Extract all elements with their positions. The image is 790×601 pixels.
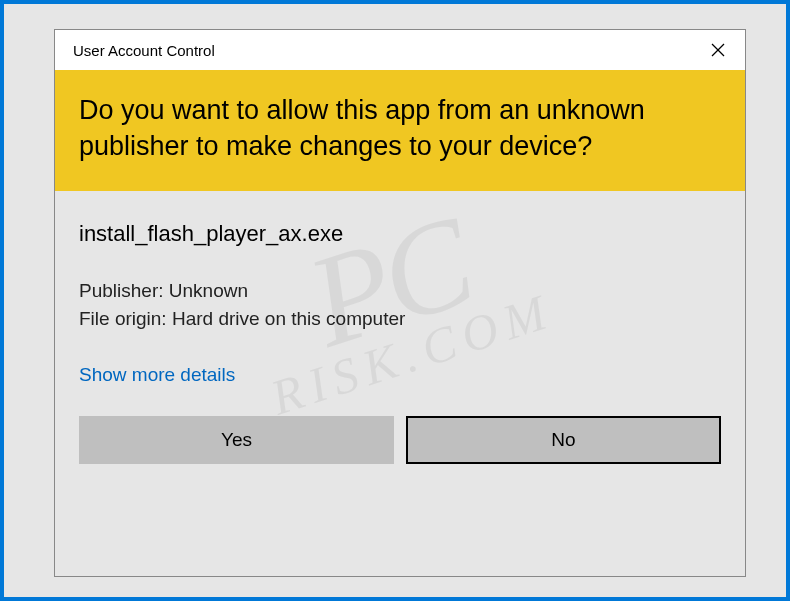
close-icon bbox=[711, 43, 725, 57]
header-band: Do you want to allow this app from an un… bbox=[55, 70, 745, 191]
uac-dialog: User Account Control Do you want to allo… bbox=[54, 29, 746, 577]
origin-line: File origin: Hard drive on this computer bbox=[79, 305, 721, 334]
show-more-details-link[interactable]: Show more details bbox=[79, 364, 235, 386]
yes-button[interactable]: Yes bbox=[79, 416, 394, 464]
no-button[interactable]: No bbox=[406, 416, 721, 464]
window-frame: User Account Control Do you want to allo… bbox=[0, 0, 790, 601]
origin-value: Hard drive on this computer bbox=[172, 308, 405, 329]
origin-label: File origin: bbox=[79, 308, 172, 329]
window-title: User Account Control bbox=[73, 42, 215, 59]
app-name: install_flash_player_ax.exe bbox=[79, 221, 721, 247]
publisher-value: Unknown bbox=[169, 280, 248, 301]
publisher-label: Publisher: bbox=[79, 280, 169, 301]
body-section: install_flash_player_ax.exe Publisher: U… bbox=[55, 191, 745, 386]
button-row: Yes No bbox=[55, 416, 745, 488]
publisher-line: Publisher: Unknown bbox=[79, 277, 721, 306]
uac-question: Do you want to allow this app from an un… bbox=[79, 92, 721, 165]
titlebar: User Account Control bbox=[55, 30, 745, 70]
close-button[interactable] bbox=[690, 30, 745, 70]
